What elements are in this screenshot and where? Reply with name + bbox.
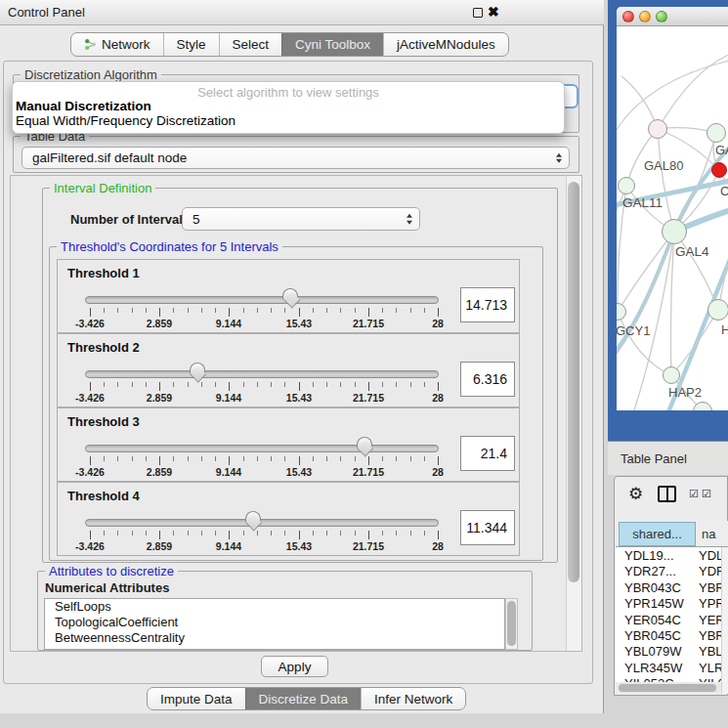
settings-scrollbar-thumb[interactable] — [568, 182, 579, 582]
threshold-3-axis-ticks — [90, 456, 439, 465]
table-row[interactable]: YIL052CYIL0 — [616, 675, 728, 682]
tab-network-label: Network — [102, 37, 150, 52]
node-gal4[interactable] — [662, 219, 687, 244]
table-row[interactable]: YDR27...YDR2 — [616, 563, 728, 578]
table-rows: YDL19...YDL1 YDR27...YDR2 YBR043CYBR0 YP… — [616, 547, 728, 682]
threshold-4-slider-thumb[interactable] — [245, 511, 261, 523]
algorithm-option-manual[interactable]: Manual Discretization — [16, 99, 151, 113]
node-gal3[interactable] — [707, 123, 726, 143]
numerical-attributes-list: SelfLoops TopologicalCoefficient Between… — [44, 598, 505, 650]
apply-button[interactable]: Apply — [261, 656, 328, 677]
table-header-row: shared... na — [616, 521, 728, 547]
table-row[interactable]: YLR345WYLR3 — [616, 660, 728, 675]
threshold-2-axis-ticks — [90, 382, 439, 391]
network-icon — [84, 38, 97, 51]
network-view-window: GAL80 GA C GAL11 GAL4 GCY1 H HAP2 — [617, 7, 728, 410]
table-panel-title: Table Panel — [621, 451, 687, 466]
algorithm-option-equal-width[interactable]: Equal Width/Frequency Discretization — [16, 113, 236, 128]
threshold-3-slider-thumb[interactable] — [357, 437, 372, 449]
control-panel-window: Control Panel ✖ Network Style — [0, 0, 604, 713]
node-hap2[interactable] — [663, 366, 680, 384]
table-row[interactable]: YBR045CYBR0 — [616, 627, 728, 643]
threshold-1-value-field[interactable]: 14.713 — [460, 287, 515, 322]
node-selected-red[interactable] — [711, 162, 727, 178]
tab-infer-network[interactable]: Infer Network — [361, 688, 465, 709]
gear-icon[interactable]: ⚙ — [628, 484, 643, 504]
threshold-4-slider-track[interactable] — [85, 519, 439, 527]
number-of-intervals-combo[interactable]: 5 — [182, 207, 420, 231]
threshold-2-slider-track[interactable] — [85, 370, 439, 378]
node-label-clipped-h: H — [721, 322, 728, 337]
table-panel-header: Table Panel — [608, 441, 728, 475]
tab-jactivemnodules[interactable]: jActiveMNodules — [383, 33, 508, 56]
minimize-traffic-light-icon[interactable] — [639, 11, 651, 22]
threshold-4-value-field[interactable]: 11.344 — [460, 510, 515, 545]
list-item[interactable]: TopologicalCoefficient — [45, 615, 504, 630]
close-traffic-light-icon[interactable] — [622, 11, 634, 22]
bottom-tab-bar: Impute Data Discretize Data Infer Networ… — [147, 687, 466, 710]
threshold-2-panel: Threshold 2 -3.426 2.859 9.144 15.43 21.… — [57, 333, 520, 407]
table-horizontal-scrollbar-track[interactable] — [618, 683, 721, 693]
node-label-gal11: GAL11 — [622, 195, 663, 210]
column-header-shared-name[interactable]: shared... — [619, 522, 696, 546]
tab-impute-data[interactable]: Impute Data — [148, 688, 245, 709]
table-horizontal-scrollbar-thumb[interactable] — [619, 684, 716, 692]
screen: Control Panel ✖ Network Style — [0, 0, 728, 728]
tab-select[interactable]: Select — [219, 33, 282, 56]
zoom-traffic-light-icon[interactable] — [656, 11, 667, 22]
node-label-gal4: GAL4 — [675, 244, 709, 259]
network-view-titlebar — [617, 7, 728, 26]
threshold-3-panel: Threshold 3 -3.426 2.859 9.144 15.43 21.… — [57, 407, 520, 482]
threshold-1-panel: Threshold 1 -3.426 2.859 9.144 15.43 21.… — [57, 259, 520, 333]
numerical-attributes-heading: Numerical Attributes — [45, 580, 169, 595]
algorithm-placeholder-option[interactable]: Select algorithm to view settings — [13, 85, 564, 100]
table-row[interactable]: YBL079WYBL0 — [616, 643, 728, 659]
threshold-3-slider-track[interactable] — [85, 445, 439, 452]
thresholds-group-title: Threshold's Coordinates for 5 Intervals — [57, 239, 282, 254]
node-gal80[interactable] — [648, 119, 667, 139]
discretization-algorithm-group-title: Discretization Algorithm — [21, 67, 161, 82]
checkbox-icon[interactable]: ☑ — [689, 488, 700, 500]
threshold-2-slider-thumb[interactable] — [190, 363, 205, 374]
table-row[interactable]: YDL19...YDL1 — [616, 547, 728, 563]
threshold-4-axis-ticks — [90, 531, 439, 539]
table-row[interactable]: YBR043CYBR0 — [616, 579, 728, 595]
float-window-icon[interactable] — [473, 8, 483, 18]
threshold-3-value-field[interactable]: 21.4 — [460, 436, 515, 471]
tab-discretize-data[interactable]: Discretize Data — [245, 688, 362, 709]
table-row[interactable]: YPR145WYPR1 — [616, 595, 728, 611]
node-label-clipped-c: C — [720, 184, 728, 198]
column-header-name[interactable]: na — [698, 522, 728, 546]
control-panel-titlebar: Control Panel ✖ — [0, 0, 604, 25]
threshold-1-axis-ticks — [90, 308, 439, 317]
interval-definition-group-title: Interval Definition — [50, 181, 155, 195]
node-h[interactable] — [707, 299, 728, 321]
node-label-gal80: GAL80 — [644, 158, 683, 173]
list-item[interactable]: SelfLoops — [45, 599, 504, 615]
number-of-intervals-label: Number of Intervals — [70, 212, 190, 227]
node-label-hap2: HAP2 — [668, 385, 702, 400]
threshold-1-slider-track[interactable] — [85, 296, 439, 304]
column-layout-icon[interactable] — [658, 486, 676, 502]
table-panel-box: ⚙ ☑ ☑ shared... na YDL19...YDL1 YDR27...… — [614, 476, 728, 696]
close-icon[interactable]: ✖ — [488, 4, 499, 20]
list-item[interactable]: BetweennessCentrality — [45, 630, 504, 646]
threshold-2-value-field[interactable]: 6.316 — [460, 362, 515, 397]
network-canvas[interactable]: GAL80 GA C GAL11 GAL4 GCY1 H HAP2 — [617, 27, 728, 410]
attributes-group-title: Attributes to discretize — [45, 564, 178, 578]
checkbox-icon[interactable]: ☑ — [702, 488, 712, 500]
window-title: Control Panel — [8, 5, 85, 20]
tab-style[interactable]: Style — [163, 33, 219, 56]
table-vertical-scrollbar[interactable] — [721, 547, 728, 694]
tab-network[interactable]: Network — [71, 33, 163, 56]
tab-cyni-toolbox[interactable]: Cyni Toolbox — [281, 33, 383, 56]
combo-spinner-icon — [556, 152, 562, 163]
table-data-combo[interactable]: galFiltered.sif default node — [21, 147, 570, 169]
threshold-4-panel: Threshold 4 -3.426 2.859 9.144 15.43 21.… — [57, 482, 520, 556]
number-of-intervals-value: 5 — [183, 212, 200, 227]
table-row[interactable]: YER054CYER0 — [616, 612, 728, 627]
attributes-list-scrollbar-thumb[interactable] — [507, 601, 516, 646]
table-data-combo-value: galFiltered.sif default node — [22, 150, 187, 165]
threshold-1-slider-thumb[interactable] — [282, 288, 298, 300]
node-gal11[interactable] — [618, 177, 635, 194]
